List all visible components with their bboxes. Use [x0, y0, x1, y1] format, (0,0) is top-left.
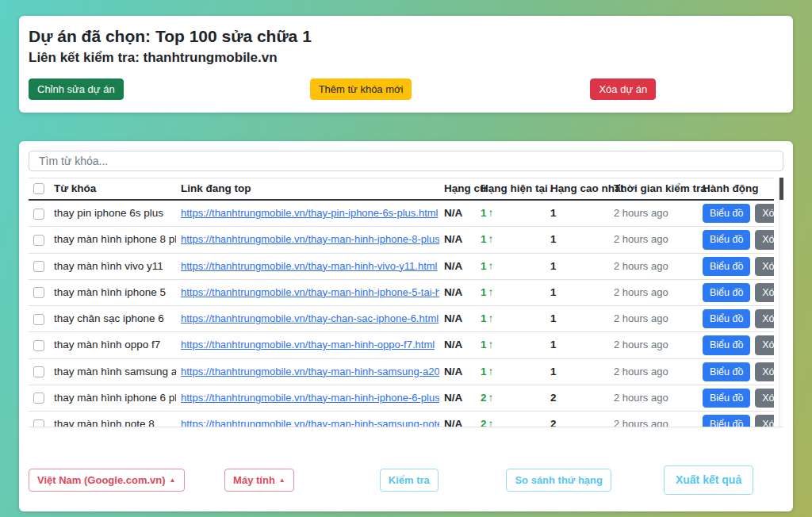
delete-keyword-button[interactable]: Xóa [755, 335, 774, 354]
keyword-link[interactable]: https://thanhtrungmobile.vn/thay-man-hin… [181, 366, 439, 377]
delete-keyword-button[interactable]: Xóa [755, 283, 774, 302]
check-time-cell: 2 hours ago [614, 312, 668, 324]
keyword-link[interactable]: https://thanhtrungmobile.vn/thay-man-hin… [181, 392, 439, 404]
caret-up-icon: ▲ [170, 477, 176, 484]
row-checkbox[interactable] [33, 419, 44, 427]
keyword-link[interactable]: https://thanhtrungmobile.vn/thay-man-hin… [181, 233, 439, 245]
best-rank-cell: 1 [550, 339, 557, 350]
rank-up-icon: ↑ [488, 260, 494, 272]
delete-keyword-button[interactable]: Xóa [755, 204, 774, 223]
keyword-link[interactable]: https://thanhtrungmobile.vn/thay-man-hin… [181, 260, 437, 272]
delete-keyword-button[interactable]: Xóa [755, 230, 774, 249]
keyword-cell: thay pin iphone 6s plus [54, 207, 163, 219]
delete-keyword-button[interactable]: Xóa [755, 309, 774, 328]
check-time-cell: 2 hours ago [614, 260, 668, 272]
old-rank-cell: N/A [444, 260, 462, 272]
keyword-link[interactable]: https://thanhtrungmobile.vn/thay-chan-sa… [181, 312, 439, 324]
current-rank-cell: 2 [481, 418, 487, 427]
check-time-cell: 2 hours ago [614, 366, 668, 377]
col-header-link: Link đang top [176, 178, 439, 201]
check-rank-button[interactable]: Kiểm tra [380, 469, 439, 492]
keyword-link[interactable]: https://thanhtrungmobile.vn/thay-man-hin… [181, 418, 439, 427]
keywords-card: Từ khóa Link đang top Hạng cũ Hạng hiện … [19, 141, 793, 511]
delete-keyword-button[interactable]: Xóa [755, 362, 774, 381]
row-checkbox[interactable] [33, 340, 44, 351]
table-scrollbar-track[interactable] [779, 178, 783, 427]
old-rank-cell: N/A [444, 207, 462, 219]
chart-button[interactable]: Biểu đồ [703, 389, 750, 408]
old-rank-cell: N/A [444, 418, 462, 427]
delete-keyword-button[interactable]: Xóa [755, 257, 774, 276]
delete-keyword-button[interactable]: Xóa [755, 415, 774, 427]
check-time-cell: 2 hours ago [614, 418, 668, 427]
delete-keyword-button[interactable]: Xóa [755, 389, 774, 408]
keyword-link[interactable]: https://thanhtrungmobile.vn/thay-pin-iph… [181, 207, 438, 219]
best-rank-cell: 2 [550, 418, 557, 427]
table-header-row: Từ khóa Link đang top Hạng cũ Hạng hiện … [29, 178, 774, 201]
keyword-cell: thay màn hình note 8 [54, 418, 155, 427]
project-header-card: Dự án đã chọn: Top 100 sửa chữa 1 Liên k… [19, 16, 793, 113]
chart-button[interactable]: Biểu đồ [703, 415, 750, 427]
rank-up-icon: ↑ [488, 366, 494, 377]
row-checkbox[interactable] [33, 235, 44, 246]
chart-button[interactable]: Biểu đồ [703, 309, 750, 328]
chart-button[interactable]: Biểu đồ [703, 283, 750, 302]
footer-actions: Việt Nam (Google.com.vn)▲ Máy tính▲ Kiểm… [29, 465, 783, 495]
col-header-best-rank: Hạng cao nhất [546, 178, 609, 201]
table-row: thay màn hình iphone 8 plus https://than… [29, 227, 774, 253]
delete-project-button[interactable]: Xóa dự án [590, 79, 656, 100]
row-checkbox[interactable] [33, 366, 44, 377]
row-checkbox[interactable] [33, 209, 44, 220]
select-all-checkbox[interactable] [33, 183, 44, 194]
keyword-cell: thay chân sạc iphone 6 [54, 312, 164, 324]
row-checkbox[interactable] [33, 287, 44, 298]
current-rank-cell: 1 [481, 312, 487, 324]
col-header-current-rank[interactable]: Hạng hiện tại↓ [476, 178, 546, 201]
col-header-keyword: Từ khóa [49, 178, 176, 201]
row-checkbox[interactable] [33, 314, 44, 325]
location-dropdown-button[interactable]: Việt Nam (Google.com.vn)▲ [29, 469, 185, 492]
keyword-cell: thay màn hình iphone 6 plus [54, 392, 176, 404]
table-row: thay màn hình iphone 5 https://thanhtrun… [29, 279, 774, 305]
project-check-link: Liên kết kiểm tra: thanhtrungmobile.vn [29, 50, 783, 66]
current-rank-cell: 1 [481, 339, 487, 350]
add-keyword-button[interactable]: Thêm từ khóa mới [310, 79, 412, 100]
check-time-cell: 2 hours ago [614, 207, 668, 219]
table-row: thay màn hình iphone 6 plus https://than… [29, 385, 774, 411]
row-checkbox[interactable] [33, 261, 44, 272]
check-time-cell: 2 hours ago [614, 392, 668, 404]
edit-project-button[interactable]: Chỉnh sửa dự án [29, 79, 124, 100]
chart-button[interactable]: Biểu đồ [703, 204, 750, 223]
keyword-link[interactable]: https://thanhtrungmobile.vn/thay-man-hin… [181, 339, 435, 350]
keyword-link[interactable]: https://thanhtrungmobile.vn/thay-man-hin… [181, 286, 439, 298]
chart-button[interactable]: Biểu đồ [703, 230, 750, 249]
search-keyword-input[interactable] [29, 151, 783, 171]
table-row: thay màn hình note 8 https://thanhtrungm… [29, 412, 774, 427]
col-header-actions: Hành động [698, 178, 774, 201]
project-title: Dự án đã chọn: Top 100 sửa chữa 1 [29, 26, 783, 46]
chart-button[interactable]: Biểu đồ [703, 335, 750, 354]
table-scrollbar-thumb[interactable] [779, 178, 783, 200]
current-rank-cell: 1 [481, 207, 487, 219]
check-time-cell: 2 hours ago [614, 286, 668, 298]
rank-up-icon: ↑ [488, 418, 494, 427]
current-rank-cell: 1 [481, 366, 487, 377]
table-scroll-area[interactable]: Từ khóa Link đang top Hạng cũ Hạng hiện … [29, 178, 783, 427]
export-results-button[interactable]: Xuất kết quả [664, 465, 753, 495]
table-footer-divider [29, 427, 783, 427]
project-actions: Chỉnh sửa dự án Thêm từ khóa mới Xóa dự … [29, 79, 783, 100]
device-dropdown-label: Máy tính [233, 474, 275, 486]
check-time-cell: 2 hours ago [614, 233, 668, 245]
chart-button[interactable]: Biểu đồ [703, 257, 750, 276]
keyword-cell: thay màn hình iphone 8 plus [54, 233, 176, 245]
table-row: thay pin iphone 6s plus https://thanhtru… [29, 200, 774, 227]
compare-rank-button[interactable]: So sánh thứ hạng [506, 469, 611, 492]
row-checkbox[interactable] [33, 393, 44, 404]
device-dropdown-button[interactable]: Máy tính▲ [224, 469, 294, 492]
old-rank-cell: N/A [444, 233, 462, 245]
best-rank-cell: 2 [550, 392, 557, 404]
current-rank-cell: 2 [481, 392, 487, 404]
chart-button[interactable]: Biểu đồ [703, 362, 750, 381]
rank-up-icon: ↑ [488, 339, 494, 350]
best-rank-cell: 1 [550, 312, 557, 324]
